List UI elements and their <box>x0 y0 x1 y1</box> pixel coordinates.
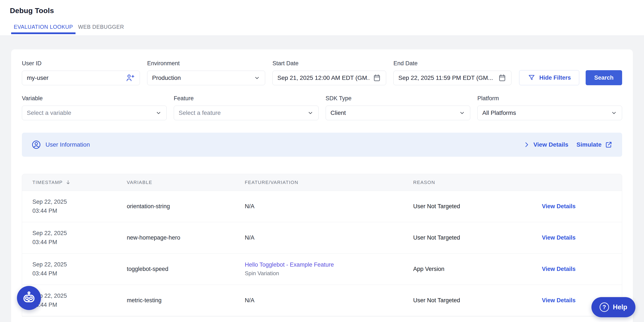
chevron-down-icon <box>307 110 314 116</box>
sdk-type-value: Client <box>330 110 346 116</box>
table-row: Sep 22, 2025 03:44 PM new-homepage-hero … <box>22 222 622 253</box>
feature-cell: N/A <box>245 297 413 304</box>
person-plus-icon[interactable] <box>126 73 135 83</box>
feature-cell: N/A <box>245 203 413 210</box>
column-label: FEATURE/VARIATION <box>245 180 298 185</box>
question-circle-icon: ? <box>600 302 609 312</box>
sdk-type-select[interactable]: Client <box>326 106 470 120</box>
variation-label: Spin Variation <box>245 270 413 277</box>
tab-evaluation-lookup[interactable]: EVALUATION LOOKUP <box>11 24 76 34</box>
user-information-view-details[interactable]: View Details <box>523 141 568 148</box>
top-bar: Debug Tools EVALUATION LOOKUP WEB DEBUGG… <box>0 0 644 36</box>
timestamp-cell: Sep 22, 2025 03:44 PM <box>32 197 127 215</box>
search-button[interactable]: Search <box>586 70 622 85</box>
page-title: Debug Tools <box>0 0 644 15</box>
filter-row-1: User ID Environment Production <box>22 60 622 85</box>
user-id-group: User ID <box>22 60 140 85</box>
end-date-group: End Date Sep 22, 2025 11:59 PM EDT (GM..… <box>394 60 512 85</box>
help-label: Help <box>613 303 627 311</box>
feature-group: Feature Select a feature <box>174 95 318 120</box>
variable-cell: orientation-string <box>127 203 245 210</box>
user-id-input[interactable] <box>27 75 122 81</box>
variable-select[interactable]: Select a variable <box>22 106 167 120</box>
external-link-icon <box>604 141 613 149</box>
timestamp-time: 03:44 PM <box>32 206 127 215</box>
row-view-details-link[interactable]: View Details <box>542 266 622 272</box>
chevron-down-icon <box>254 75 260 81</box>
feature-placeholder: Select a feature <box>179 110 221 116</box>
chevron-down-icon <box>611 110 617 116</box>
timestamp-time: 03:44 PM <box>32 269 127 278</box>
chevron-right-icon <box>523 141 530 148</box>
calendar-icon[interactable] <box>373 74 381 82</box>
platform-value: All Platforms <box>482 110 516 116</box>
arrow-down-icon <box>65 179 71 185</box>
column-label: VARIABLE <box>127 180 152 185</box>
timestamp-date: Sep 22, 2025 <box>32 260 127 269</box>
timestamp-date: Sep 22, 2025 <box>32 291 127 300</box>
start-date-value: Sep 21, 2025 12:00 AM EDT (GM... <box>278 75 370 81</box>
user-information-title: User Information <box>46 141 90 148</box>
user-id-label: User ID <box>22 60 140 67</box>
environment-group: Environment Production <box>147 60 265 85</box>
end-date-field[interactable]: Sep 22, 2025 11:59 PM EDT (GM... <box>394 71 512 85</box>
start-date-label: Start Date <box>272 60 386 67</box>
reason-cell: App Version <box>413 266 542 272</box>
platform-group: Platform All Platforms <box>477 95 622 120</box>
end-date-value: Sep 22, 2025 11:59 PM EDT (GM... <box>398 75 495 81</box>
timestamp-cell: Sep 22, 2025 03:44 PM <box>32 260 127 278</box>
feature-link[interactable]: Hello Togglebot - Example Feature <box>245 261 413 268</box>
filter-actions: Hide Filters Search <box>519 70 622 85</box>
variable-group: Variable Select a variable <box>22 95 167 120</box>
platform-select[interactable]: All Platforms <box>477 106 622 120</box>
evaluations-table: TIMESTAMP VARIABLE FEATURE/VARIATION REA… <box>22 174 622 316</box>
hide-filters-button[interactable]: Hide Filters <box>519 70 579 85</box>
environment-select[interactable]: Production <box>147 71 265 85</box>
table-header-row: TIMESTAMP VARIABLE FEATURE/VARIATION REA… <box>22 174 622 191</box>
search-button-label: Search <box>594 75 614 81</box>
feature-cell: Hello Togglebot - Example Feature Spin V… <box>245 261 413 277</box>
evaluation-lookup-card: User ID Environment Production <box>11 49 633 322</box>
simulate-label: Simulate <box>576 141 602 148</box>
variable-placeholder: Select a variable <box>27 110 71 116</box>
table-row: Sep 22, 2025 03:44 PM metric-testing N/A… <box>22 285 622 316</box>
main-content: User ID Environment Production <box>0 36 644 322</box>
togglebot-icon <box>22 291 36 305</box>
chevron-down-icon <box>459 110 465 116</box>
row-view-details-link[interactable]: View Details <box>542 234 622 241</box>
calendar-icon[interactable] <box>498 74 506 82</box>
end-date-label: End Date <box>394 60 512 67</box>
reason-cell: User Not Targeted <box>413 297 542 304</box>
user-circle-icon <box>31 140 41 150</box>
column-label: TIMESTAMP <box>32 180 63 185</box>
tab-bar: EVALUATION LOOKUP WEB DEBUGGER <box>11 24 644 34</box>
feature-select[interactable]: Select a feature <box>174 106 318 120</box>
reason-cell: User Not Targeted <box>413 203 542 210</box>
tab-web-debugger[interactable]: WEB DEBUGGER <box>76 24 126 34</box>
tab-label: EVALUATION LOOKUP <box>14 24 73 30</box>
filter-row-2: Variable Select a variable Feature Selec… <box>22 95 622 120</box>
reason-cell: User Not Targeted <box>413 234 542 241</box>
simulate-link[interactable]: Simulate <box>576 141 613 149</box>
sdk-type-group: SDK Type Client <box>326 95 470 120</box>
platform-label: Platform <box>477 95 622 102</box>
column-header-variable[interactable]: VARIABLE <box>127 180 245 185</box>
table-row: Sep 22, 2025 03:44 PM togglebot-speed He… <box>22 253 622 285</box>
variable-cell: new-homepage-hero <box>127 234 245 241</box>
column-header-feature-variation[interactable]: FEATURE/VARIATION <box>245 180 413 185</box>
start-date-field[interactable]: Sep 21, 2025 12:00 AM EDT (GM... <box>272 71 386 85</box>
column-header-reason[interactable]: REASON <box>413 180 542 185</box>
funnel-icon <box>528 74 536 82</box>
column-header-timestamp[interactable]: TIMESTAMP <box>32 179 127 185</box>
help-button[interactable]: ? Help <box>592 297 636 317</box>
togglebot-assistant-button[interactable] <box>17 286 41 310</box>
environment-label: Environment <box>147 60 265 67</box>
column-label: REASON <box>413 180 435 185</box>
start-date-group: Start Date Sep 21, 2025 12:00 AM EDT (GM… <box>272 60 386 85</box>
row-view-details-link[interactable]: View Details <box>542 203 622 210</box>
timestamp-cell: Sep 22, 2025 03:44 PM <box>32 291 127 309</box>
chevron-down-icon <box>155 110 162 116</box>
view-details-label: View Details <box>533 141 568 148</box>
user-information-toggle[interactable]: User Information <box>31 140 90 150</box>
hide-filters-label: Hide Filters <box>539 75 571 81</box>
